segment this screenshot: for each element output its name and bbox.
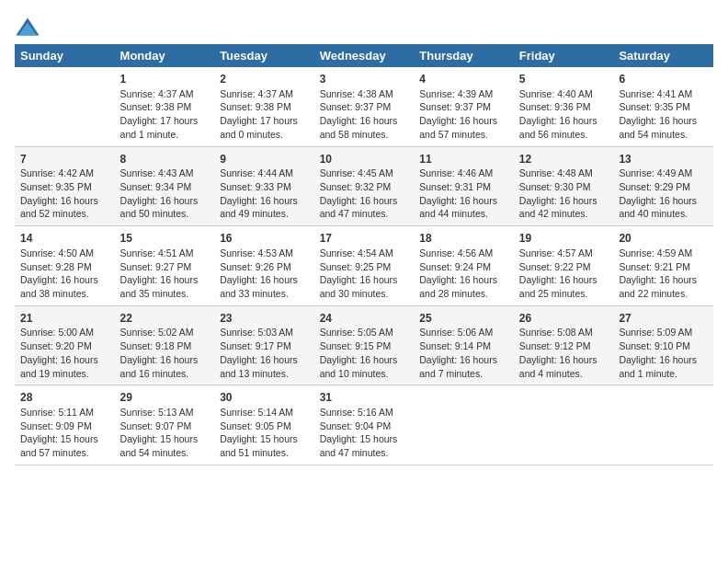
day-number: 10 <box>320 152 409 167</box>
sunset-info: Sunset: 9:38 PM <box>120 100 210 114</box>
day-number: 25 <box>419 311 508 327</box>
sunset-info: Sunset: 9:20 PM <box>20 339 109 353</box>
calendar-cell: 16 Sunrise: 4:53 AM Sunset: 9:26 PM Dayl… <box>214 226 314 306</box>
calendar-cell: 25 Sunrise: 5:06 AM Sunset: 9:14 PM Dayl… <box>414 305 514 385</box>
calendar-cell: 5 Sunrise: 4:40 AM Sunset: 9:36 PM Dayli… <box>514 67 614 146</box>
calendar-cell: 2 Sunrise: 4:37 AM Sunset: 9:38 PM Dayli… <box>214 67 314 146</box>
sunrise-info: Sunrise: 4:44 AM <box>220 167 309 180</box>
daylight-info: Daylight: 16 hours and 13 minutes. <box>220 353 309 380</box>
day-number: 6 <box>619 72 708 87</box>
sunrise-info: Sunrise: 4:49 AM <box>619 167 708 180</box>
sunrise-info: Sunrise: 5:11 AM <box>20 406 109 419</box>
sunset-info: Sunset: 9:36 PM <box>519 100 609 114</box>
daylight-info: Daylight: 16 hours and 35 minutes. <box>120 273 210 300</box>
sunset-info: Sunset: 9:34 PM <box>120 180 210 194</box>
calendar-cell: 12 Sunrise: 4:48 AM Sunset: 9:30 PM Dayl… <box>514 146 614 226</box>
day-number: 11 <box>419 152 508 167</box>
calendar-cell: 8 Sunrise: 4:43 AM Sunset: 9:34 PM Dayli… <box>115 146 215 226</box>
calendar-cell: 29 Sunrise: 5:13 AM Sunset: 9:07 PM Dayl… <box>115 385 215 465</box>
daylight-info: Daylight: 16 hours and 40 minutes. <box>619 194 708 221</box>
day-number: 13 <box>619 152 708 167</box>
sunset-info: Sunset: 9:33 PM <box>220 180 309 194</box>
sunrise-info: Sunrise: 4:48 AM <box>519 167 609 180</box>
daylight-info: Daylight: 16 hours and 1 minute. <box>619 353 708 380</box>
sunset-info: Sunset: 9:18 PM <box>120 339 210 353</box>
calendar-cell: 9 Sunrise: 4:44 AM Sunset: 9:33 PM Dayli… <box>214 146 314 226</box>
sunset-info: Sunset: 9:04 PM <box>320 419 409 433</box>
sunset-info: Sunset: 9:22 PM <box>519 260 609 274</box>
sunrise-info: Sunrise: 4:56 AM <box>419 247 508 260</box>
column-header-tuesday: Tuesday <box>214 44 314 67</box>
header-row: SundayMondayTuesdayWednesdayThursdayFrid… <box>15 44 713 67</box>
daylight-info: Daylight: 16 hours and 16 minutes. <box>120 353 210 380</box>
sunrise-info: Sunrise: 5:00 AM <box>20 326 109 339</box>
sunrise-info: Sunrise: 4:57 AM <box>519 247 609 260</box>
daylight-info: Daylight: 16 hours and 57 minutes. <box>419 114 508 141</box>
sunrise-info: Sunrise: 4:40 AM <box>519 87 609 101</box>
calendar-cell: 17 Sunrise: 4:54 AM Sunset: 9:25 PM Dayl… <box>314 226 415 306</box>
day-number: 29 <box>120 390 210 406</box>
sunset-info: Sunset: 9:31 PM <box>419 180 508 194</box>
sunset-info: Sunset: 9:37 PM <box>419 100 508 114</box>
day-number: 12 <box>519 152 609 167</box>
calendar-cell <box>613 385 713 465</box>
calendar-cell: 15 Sunrise: 4:51 AM Sunset: 9:27 PM Dayl… <box>115 226 215 306</box>
daylight-info: Daylight: 15 hours and 54 minutes. <box>120 432 210 459</box>
sunset-info: Sunset: 9:27 PM <box>120 260 210 274</box>
calendar-cell <box>15 67 115 146</box>
daylight-info: Daylight: 16 hours and 7 minutes. <box>419 353 508 380</box>
sunrise-info: Sunrise: 5:08 AM <box>519 326 609 339</box>
sunrise-info: Sunrise: 5:13 AM <box>120 406 210 419</box>
calendar-cell: 24 Sunrise: 5:05 AM Sunset: 9:15 PM Dayl… <box>314 305 415 385</box>
calendar-cell <box>414 385 514 465</box>
sunset-info: Sunset: 9:35 PM <box>619 100 708 114</box>
calendar-cell: 13 Sunrise: 4:49 AM Sunset: 9:29 PM Dayl… <box>613 146 713 226</box>
sunset-info: Sunset: 9:15 PM <box>320 339 409 353</box>
calendar-cell: 3 Sunrise: 4:38 AM Sunset: 9:37 PM Dayli… <box>314 67 415 146</box>
day-number: 16 <box>220 231 309 247</box>
sunrise-info: Sunrise: 5:16 AM <box>320 406 409 419</box>
calendar-cell: 21 Sunrise: 5:00 AM Sunset: 9:20 PM Dayl… <box>15 305 115 385</box>
sunset-info: Sunset: 9:24 PM <box>419 260 508 274</box>
calendar-cell: 10 Sunrise: 4:45 AM Sunset: 9:32 PM Dayl… <box>314 146 415 226</box>
day-number: 22 <box>120 311 210 327</box>
day-number: 20 <box>619 231 708 247</box>
calendar-cell: 14 Sunrise: 4:50 AM Sunset: 9:28 PM Dayl… <box>15 226 115 306</box>
sunset-info: Sunset: 9:09 PM <box>20 419 109 433</box>
day-number: 31 <box>320 390 409 406</box>
day-number: 28 <box>20 390 109 406</box>
calendar-week-5: 28 Sunrise: 5:11 AM Sunset: 9:09 PM Dayl… <box>15 385 713 465</box>
sunset-info: Sunset: 9:12 PM <box>519 339 609 353</box>
day-number: 26 <box>519 311 609 327</box>
sunrise-info: Sunrise: 4:54 AM <box>320 247 409 260</box>
day-number: 2 <box>220 72 309 87</box>
sunset-info: Sunset: 9:35 PM <box>20 180 109 194</box>
sunset-info: Sunset: 9:07 PM <box>120 419 210 433</box>
sunset-info: Sunset: 9:28 PM <box>20 260 109 274</box>
sunrise-info: Sunrise: 4:53 AM <box>220 247 309 260</box>
column-header-thursday: Thursday <box>414 44 514 67</box>
calendar-cell: 4 Sunrise: 4:39 AM Sunset: 9:37 PM Dayli… <box>414 67 514 146</box>
day-number: 24 <box>320 311 409 327</box>
sunset-info: Sunset: 9:32 PM <box>320 180 409 194</box>
day-number: 3 <box>320 72 409 87</box>
sunset-info: Sunset: 9:14 PM <box>419 339 508 353</box>
daylight-info: Daylight: 16 hours and 56 minutes. <box>519 114 609 141</box>
day-number: 15 <box>120 231 210 247</box>
calendar-cell: 20 Sunrise: 4:59 AM Sunset: 9:21 PM Dayl… <box>613 226 713 306</box>
column-header-friday: Friday <box>514 44 614 67</box>
daylight-info: Daylight: 16 hours and 44 minutes. <box>419 194 508 221</box>
calendar-cell: 30 Sunrise: 5:14 AM Sunset: 9:05 PM Dayl… <box>214 385 314 465</box>
calendar-table: SundayMondayTuesdayWednesdayThursdayFrid… <box>15 44 713 465</box>
calendar-week-2: 7 Sunrise: 4:42 AM Sunset: 9:35 PM Dayli… <box>15 146 713 226</box>
daylight-info: Daylight: 16 hours and 25 minutes. <box>519 273 609 300</box>
sunrise-info: Sunrise: 4:39 AM <box>419 87 508 101</box>
daylight-info: Daylight: 16 hours and 28 minutes. <box>419 273 508 300</box>
daylight-info: Daylight: 16 hours and 4 minutes. <box>519 353 609 380</box>
logo-icon <box>15 15 40 40</box>
column-header-monday: Monday <box>115 44 215 67</box>
daylight-info: Daylight: 16 hours and 22 minutes. <box>619 273 708 300</box>
sunrise-info: Sunrise: 5:14 AM <box>220 406 309 419</box>
day-number: 8 <box>120 152 210 167</box>
daylight-info: Daylight: 15 hours and 47 minutes. <box>320 432 409 459</box>
